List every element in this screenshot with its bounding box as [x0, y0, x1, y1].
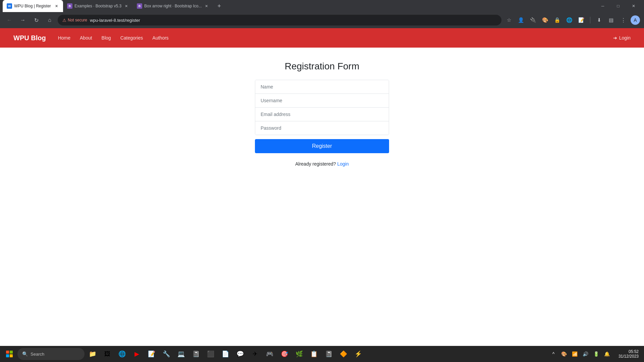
username-input[interactable]: [255, 94, 389, 108]
taskbar-clock[interactable]: 05:52 31/12/2023: [616, 349, 641, 359]
address-bar: ← → ↻ ⌂ ⚠ Not secure wpu-laravel-8.test/…: [0, 12, 644, 28]
windows-logo: [6, 351, 13, 357]
separator: [590, 17, 590, 23]
main-content: Registration Form Register Already regis…: [0, 48, 644, 282]
tab-3-title: Box arrow right · Bootstrap Ico...: [144, 4, 202, 8]
taskbar-app-15[interactable]: 🎯: [278, 347, 291, 361]
taskbar-app-whatsapp[interactable]: 💬: [233, 347, 247, 361]
login-label: Login: [619, 35, 631, 41]
email-input[interactable]: [255, 108, 389, 121]
maximize-button[interactable]: □: [610, 0, 626, 12]
search-placeholder: Search: [31, 352, 44, 357]
tab-1-title: WPU Blog | Register: [14, 4, 52, 8]
registration-form-wrapper: Register Already registered? Login: [255, 80, 389, 167]
win-logo-green: [10, 351, 13, 354]
taskbar-app-telegram[interactable]: ✈: [248, 347, 262, 361]
win-logo-red: [6, 351, 9, 354]
taskbar-app-8[interactable]: 💻: [174, 347, 188, 361]
not-secure-indicator: ⚠ Not secure: [62, 18, 87, 23]
taskbar-app-16[interactable]: 🌿: [292, 347, 306, 361]
taskbar-app-terminal[interactable]: ⬛: [204, 347, 217, 361]
navbar-brand[interactable]: WPU Blog: [13, 34, 46, 42]
tray-battery[interactable]: 🔋: [592, 349, 601, 359]
register-button[interactable]: Register: [255, 139, 389, 153]
taskbar: 🔍 Search 📁 🖼 🌐 ▶ 📝 🔧 💻 📓 ⬛ 📄 💬 ✈ 🎮 🎯 🌿 📋…: [0, 346, 644, 362]
forward-button[interactable]: →: [17, 15, 28, 25]
taskbar-search[interactable]: 🔍 Search: [17, 348, 85, 360]
tab-3-close[interactable]: ✕: [204, 3, 209, 9]
add-tab-button[interactable]: +: [214, 1, 224, 11]
extension-icon1[interactable]: 🔌: [528, 15, 538, 25]
start-button[interactable]: [3, 347, 16, 361]
profile-icon[interactable]: 👤: [516, 15, 526, 25]
password-input[interactable]: [255, 121, 389, 135]
nav-link-about[interactable]: About: [76, 33, 96, 43]
login-link[interactable]: Login: [337, 161, 349, 167]
reload-button[interactable]: ↻: [31, 15, 42, 25]
tab-2[interactable]: B Examples · Bootstrap v5.3 ✕: [63, 0, 133, 12]
close-button[interactable]: ✕: [626, 0, 641, 12]
tab-2-close[interactable]: ✕: [123, 3, 129, 9]
taskbar-app-20[interactable]: ⚡: [352, 347, 365, 361]
tray-color[interactable]: 🎨: [559, 349, 569, 359]
tray-chevron[interactable]: ^: [549, 349, 558, 359]
extension-icon5[interactable]: 📝: [577, 15, 586, 25]
taskbar-app-17[interactable]: 📋: [307, 347, 321, 361]
extension-icon4[interactable]: 🌐: [565, 15, 574, 25]
login-arrow-icon: ➔: [613, 35, 617, 41]
home-button[interactable]: ⌂: [44, 15, 55, 25]
taskbar-app-chrome[interactable]: 🌐: [115, 347, 129, 361]
menu-icon[interactable]: ⋮: [619, 15, 628, 25]
tab-1-close[interactable]: ✕: [54, 3, 59, 9]
tab-2-title: Examples · Bootstrap v5.3: [74, 4, 121, 8]
register-button-wrapper: Register: [255, 139, 389, 153]
nav-links: Home About Blog Categories Authors: [54, 33, 173, 43]
bookmark-star-icon[interactable]: ☆: [504, 15, 514, 25]
browser-chrome: W WPU Blog | Register ✕ B Examples · Boo…: [0, 0, 644, 28]
account-avatar[interactable]: A: [631, 15, 640, 25]
taskbar-app-photos[interactable]: 🖼: [101, 347, 114, 361]
navbar: WPU Blog Home About Blog Categories Auth…: [0, 28, 644, 48]
taskbar-app-discord[interactable]: 🎮: [263, 347, 276, 361]
taskbar-app-word[interactable]: 📄: [219, 347, 232, 361]
url-text: wpu-laravel-8.test/register: [90, 18, 140, 23]
tray-network[interactable]: 📶: [570, 349, 580, 359]
win-logo-yellow: [10, 354, 13, 357]
tray-notification[interactable]: 🔔: [602, 349, 612, 359]
tab-1[interactable]: W WPU Blog | Register ✕: [3, 0, 63, 12]
tab-3[interactable]: B Box arrow right · Bootstrap Ico... ✕: [133, 0, 213, 12]
extension-icon3[interactable]: 🔒: [552, 15, 562, 25]
login-button[interactable]: ➔ Login: [613, 35, 631, 41]
already-registered-label: Already registered?: [295, 161, 336, 167]
minimize-button[interactable]: ─: [595, 0, 610, 12]
taskbar-app-file-explorer[interactable]: 📁: [86, 347, 99, 361]
taskbar-app-7[interactable]: 🔧: [160, 347, 173, 361]
sidebar-icon[interactable]: ▤: [606, 15, 616, 25]
extension-icon2[interactable]: 🎨: [540, 15, 550, 25]
tab-2-favicon: B: [67, 3, 72, 9]
taskbar-app-youtube[interactable]: ▶: [130, 347, 144, 361]
address-right-icons: ☆ 👤 🔌 🎨 🔒 🌐 📝 ⬇ ▤ ⋮ A: [504, 15, 640, 25]
taskbar-app-vlc[interactable]: 🔶: [337, 347, 350, 361]
warning-icon: ⚠: [62, 18, 66, 23]
taskbar-app-vscode[interactable]: 📝: [145, 347, 158, 361]
nav-link-authors[interactable]: Authors: [148, 33, 172, 43]
search-icon: 🔍: [22, 351, 28, 357]
nav-link-home[interactable]: Home: [54, 33, 74, 43]
clock-time: 05:52: [629, 349, 639, 354]
win-logo-blue: [6, 354, 9, 357]
tab-bar: W WPU Blog | Register ✕ B Examples · Boo…: [0, 0, 644, 12]
downloads-icon[interactable]: ⬇: [594, 15, 604, 25]
back-button[interactable]: ←: [4, 15, 15, 25]
tray-volume[interactable]: 🔊: [581, 349, 590, 359]
form-fields-container: [255, 80, 389, 135]
tab-3-favicon: B: [137, 3, 142, 9]
nav-link-categories[interactable]: Categories: [116, 33, 147, 43]
name-input[interactable]: [255, 80, 389, 94]
nav-link-blog[interactable]: Blog: [98, 33, 115, 43]
taskbar-app-notion[interactable]: 📓: [189, 347, 203, 361]
address-input[interactable]: ⚠ Not secure wpu-laravel-8.test/register: [58, 15, 501, 25]
page-title: Registration Form: [285, 61, 360, 72]
clock-date: 31/12/2023: [619, 354, 639, 359]
taskbar-app-18[interactable]: 📓: [322, 347, 335, 361]
